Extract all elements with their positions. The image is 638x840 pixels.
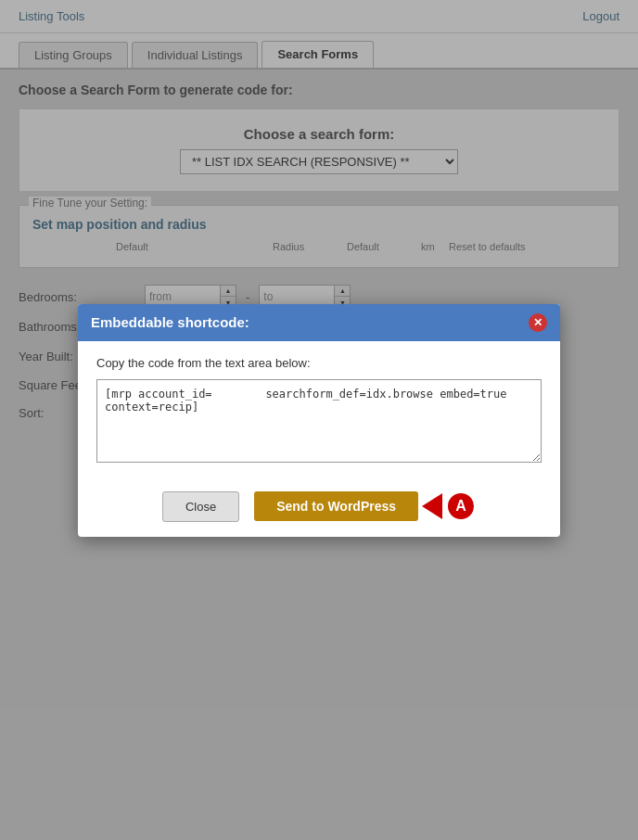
modal-close-x-button[interactable]: ✕	[529, 313, 547, 332]
page-wrapper: Listing Tools Logout Listing Groups Indi…	[0, 0, 638, 840]
arrow-indicator: Send to WordPress A	[254, 491, 476, 521]
modal-title: Embeddable shortcode:	[91, 314, 249, 330]
arrow-label-a: A	[446, 491, 476, 521]
modal-code-textarea[interactable]: [mrp account_id= searchform_def=idx.brow…	[96, 379, 542, 463]
send-to-wordpress-button[interactable]: Send to WordPress	[254, 491, 418, 521]
modal-footer: Close Send to WordPress A	[78, 480, 560, 537]
modal-instruction: Copy the code from the text area below:	[96, 356, 542, 370]
modal-header: Embeddable shortcode: ✕	[78, 304, 560, 341]
modal-body: Copy the code from the text area below: …	[78, 341, 560, 480]
modal-close-button[interactable]: Close	[162, 491, 239, 522]
red-arrow-icon	[422, 493, 442, 519]
modal-overlay: Embeddable shortcode: ✕ Copy the code fr…	[0, 0, 638, 840]
modal-dialog: Embeddable shortcode: ✕ Copy the code fr…	[78, 304, 560, 537]
